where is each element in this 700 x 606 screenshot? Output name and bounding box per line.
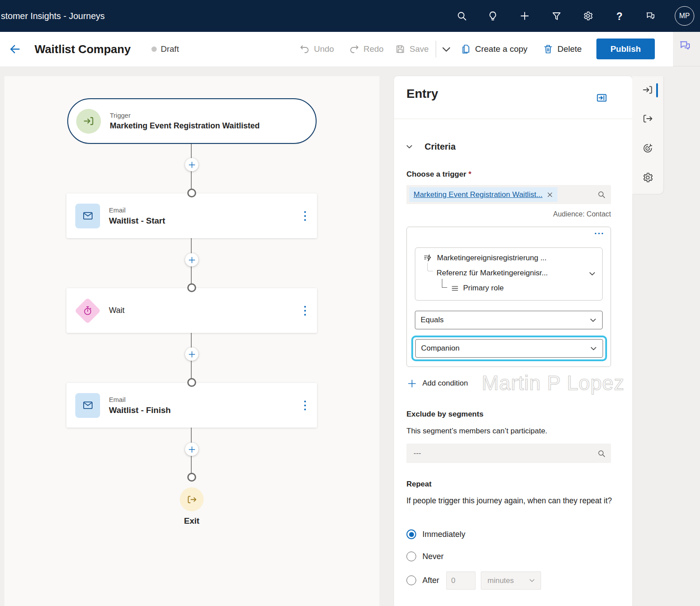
trigger-chip-link[interactable]: Marketing Event Registration Waitlist... [414,190,542,199]
settings-gear-icon[interactable] [583,11,593,21]
publish-button[interactable]: Publish [596,39,655,59]
radio-never-label[interactable]: Never [422,552,444,561]
attribute-reference-label: Referenz für Marketingereignisr... [437,269,548,278]
save-split-chevron[interactable] [441,32,452,66]
page-title: Waitlist Company [35,32,131,66]
trigger-node[interactable]: Trigger Marketing Event Registration Wai… [67,98,317,144]
journey-canvas: Trigger Marketing Event Registration Wai… [4,76,379,606]
create-copy-button[interactable]: Create a copy [460,32,527,66]
attribute-path-box[interactable]: Marketingereignisregistrierung ... Refer… [415,247,603,301]
attribute-leaf-row: Primary role [451,284,504,293]
avatar[interactable]: MP [675,6,694,26]
side-rail [632,76,663,194]
add-condition-button[interactable]: Add condition [407,377,468,390]
settings-tab-icon[interactable] [642,172,654,183]
chevron-down-icon [590,345,597,352]
operator-select[interactable]: Equals [415,311,603,329]
exit-tab-icon[interactable] [642,113,654,124]
exit-node[interactable] [180,487,204,511]
after-value-input[interactable] [451,572,471,589]
criteria-label: Criteria [425,142,456,152]
entry-settings-panel: Entry Criteria Choose a trigger* Marketi… [394,76,632,606]
criteria-section-header[interactable]: Criteria [406,139,456,154]
exclude-segments-description: This segment’s members can’t participate… [406,427,547,436]
radio-after[interactable]: After [406,574,439,587]
filter-icon[interactable] [551,11,562,21]
value-select[interactable]: Companion [415,339,603,358]
condition-menu-icon[interactable]: ... [594,226,604,236]
search-segment-icon[interactable] [597,449,606,458]
copy-icon [460,44,471,54]
save-icon [395,44,406,54]
add-step-button[interactable] [185,253,198,266]
radio-unselected-icon[interactable] [406,575,416,585]
attribute-leaf-label: Primary role [463,284,504,293]
more-options-icon[interactable] [303,400,307,411]
add-step-button[interactable] [185,158,198,171]
command-bar: Waitlist Company Draft Undo Redo Save Cr… [0,32,673,66]
undo-icon [299,44,310,54]
operator-value: Equals [421,316,444,324]
exclude-segments-label: Exclude by segments [406,410,483,419]
toolbar-divider [436,41,436,58]
undo-button[interactable]: Undo [299,32,334,66]
divider [673,66,700,66]
entry-tab-icon[interactable] [642,84,654,96]
segment-lookup-field[interactable] [406,444,611,463]
help-icon[interactable]: ? [614,11,625,21]
node-title: Wait [109,306,124,315]
undo-label: Undo [314,44,334,54]
repeat-question: If people trigger this journey again, wh… [406,494,616,507]
divider [394,119,632,119]
new-record-icon[interactable] [519,11,530,21]
radio-unselected-icon[interactable] [406,552,416,561]
wait-node[interactable]: Wait [66,288,317,333]
radio-selected-icon[interactable] [406,529,416,539]
back-button[interactable] [9,32,21,66]
after-value-field[interactable] [446,571,476,590]
node-title: Waitlist - Finish [109,405,171,415]
segment-input[interactable] [414,449,597,458]
more-options-icon[interactable] [303,305,307,317]
lightbulb-icon[interactable] [487,11,498,21]
node-type-label: Trigger [110,112,259,119]
chevron-down-icon[interactable] [588,270,596,278]
create-copy-label: Create a copy [475,44,527,54]
trigger-lookup-field[interactable]: Marketing Event Registration Waitlist... [406,185,611,204]
tree-connector [427,263,433,271]
top-nav-bar: stomer Insights - Journeys ? MP [0,0,700,32]
radio-immediately[interactable]: Immediately [406,528,465,540]
email-node-finish[interactable]: Email Waitlist - Finish [66,383,317,428]
radio-after-label[interactable]: After [422,576,439,585]
audience-label: Audience: Contact [406,210,611,218]
exit-icon [186,494,197,505]
connector-anchor [187,473,196,482]
app-window: stomer Insights - Journeys ? MP Waitlist… [0,0,700,606]
dock-panel-icon[interactable] [596,92,607,104]
feedback-chat-icon[interactable] [678,39,692,52]
more-options-icon[interactable] [303,210,307,222]
redo-icon [349,44,360,54]
search-icon[interactable] [456,11,467,21]
radio-never[interactable]: Never [406,550,444,563]
node-title: Marketing Event Registration Waitlisted [110,121,259,131]
feedback-icon[interactable] [645,11,656,21]
delete-button[interactable]: Delete [543,32,582,66]
chevron-down-icon [441,44,452,54]
search-trigger-icon[interactable] [597,190,606,199]
goal-tab-icon[interactable] [642,143,654,154]
node-type-label: Email [109,206,165,214]
add-step-button[interactable] [185,347,198,361]
remove-trigger-icon[interactable] [547,192,553,198]
email-node-start[interactable]: Email Waitlist - Start [66,193,317,238]
radio-immediately-label[interactable]: Immediately [422,530,465,539]
redo-button[interactable]: Redo [349,32,383,66]
add-step-button[interactable] [185,443,198,456]
after-unit-select[interactable]: minutes [481,571,541,590]
trash-icon [543,44,553,54]
after-unit-value: minutes [487,576,514,585]
save-button[interactable]: Save [395,32,429,66]
connector-anchor [187,378,196,387]
email-icon [75,393,100,418]
selected-tab-indicator [656,83,658,97]
